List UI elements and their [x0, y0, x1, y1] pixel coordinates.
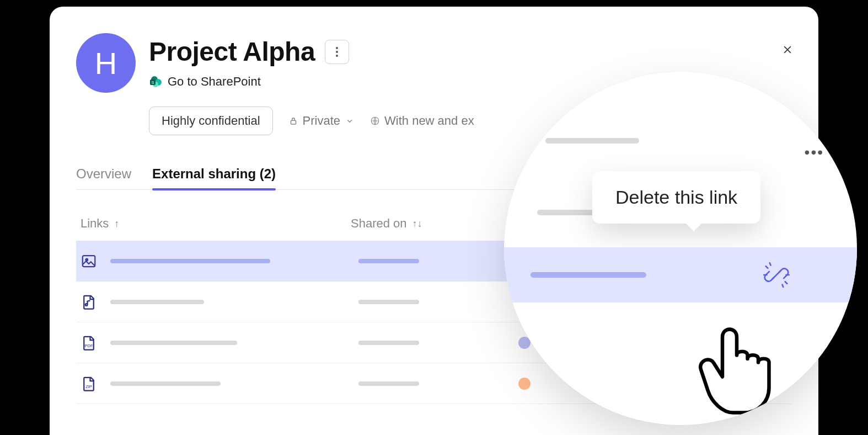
row-actions-icon[interactable]: •••: [805, 144, 824, 161]
tab-overview[interactable]: Overview: [76, 166, 131, 189]
sort-asc-icon: ↑: [114, 218, 119, 230]
placeholder-bar: [531, 272, 646, 278]
svg-text:ZIP: ZIP: [85, 384, 92, 389]
image-file-icon: [81, 253, 97, 269]
column-shared-on-label: Shared on: [351, 216, 407, 231]
placeholder-bar: [358, 300, 419, 304]
placeholder-bar: [110, 341, 237, 345]
placeholder-bar: [358, 381, 419, 386]
svg-point-2: [336, 55, 338, 57]
delete-link-tooltip: Delete this link: [592, 171, 760, 224]
sharing-scope-label: With new and ex: [384, 114, 474, 128]
svg-point-0: [336, 47, 338, 49]
site-avatar: H: [76, 33, 136, 93]
kebab-icon: [336, 47, 338, 57]
music-file-icon: [81, 294, 97, 310]
lock-icon: [288, 116, 298, 126]
chevron-down-icon: [345, 116, 355, 126]
globe-icon: [370, 116, 380, 126]
sharing-scope[interactable]: With new and ex: [370, 114, 474, 128]
zoom-callout: ••• Delete this link: [504, 72, 857, 425]
tab-external-sharing[interactable]: External sharing (2): [152, 166, 276, 189]
privacy-label: Private: [303, 114, 340, 128]
placeholder-bar: [358, 341, 419, 345]
svg-text:PDF: PDF: [85, 343, 93, 348]
column-links-label: Links: [81, 216, 109, 231]
zip-file-icon: ZIP: [81, 375, 97, 392]
sharepoint-icon: S: [149, 75, 162, 88]
placeholder-bar: [110, 381, 221, 386]
placeholder-bar: [110, 300, 204, 304]
privacy-selector[interactable]: Private: [288, 114, 355, 128]
column-links[interactable]: Links ↑: [81, 216, 351, 231]
broken-link-icon: [761, 258, 792, 291]
svg-rect-10: [83, 256, 95, 267]
sort-icon: ↑↓: [412, 218, 422, 230]
svg-point-1: [336, 51, 338, 53]
svg-rect-8: [291, 120, 296, 124]
user-dot: [518, 378, 531, 390]
column-shared-on[interactable]: Shared on ↑↓: [351, 216, 422, 231]
page-title: Project Alpha: [149, 36, 315, 67]
confidentiality-badge: Highly confidential: [149, 107, 273, 135]
placeholder-bar: [358, 259, 419, 263]
close-button[interactable]: [779, 41, 796, 59]
delete-link-button[interactable]: [761, 259, 792, 290]
pdf-file-icon: PDF: [81, 335, 97, 351]
placeholder-bar: [110, 259, 270, 263]
close-icon: [782, 44, 793, 55]
go-to-sharepoint-link[interactable]: Go to SharePoint: [168, 75, 261, 89]
more-menu-button[interactable]: [325, 40, 349, 64]
svg-text:S: S: [152, 81, 154, 84]
